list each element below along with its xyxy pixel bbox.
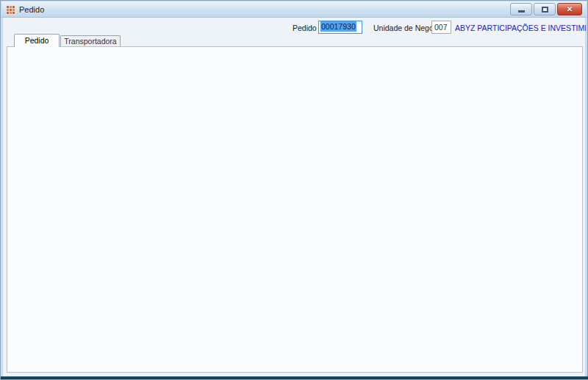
maximize-icon (542, 7, 548, 12)
tab-transportadora[interactable]: Transportadora (60, 35, 121, 47)
pedido-number-input[interactable]: 00017930 (318, 21, 362, 34)
close-icon: ✕ (567, 6, 573, 13)
tab-panel-pedido (7, 46, 583, 373)
minimize-button[interactable] (510, 3, 532, 15)
pedido-number-value: 00017930 (320, 21, 356, 32)
app-icon (6, 4, 15, 14)
titlebar: Pedido ✕ (1, 1, 587, 18)
window-title: Pedido (19, 5, 44, 14)
minimize-icon (518, 10, 525, 12)
unidade-negocio-input[interactable] (431, 21, 451, 34)
pedido-window: Pedido ✕ Pedido 00017930 Unidade de Negó… (0, 0, 588, 380)
window-bottom-edge (1, 376, 588, 379)
maximize-button[interactable] (534, 3, 556, 15)
tab-pedido[interactable]: Pedido (14, 34, 60, 47)
close-button[interactable]: ✕ (557, 3, 582, 15)
pedido-number-label: Pedido (293, 24, 317, 32)
unidade-negocio-name: ABYZ PARTICIPAÇÕES E INVESTIMENTOS LTI (455, 24, 586, 32)
